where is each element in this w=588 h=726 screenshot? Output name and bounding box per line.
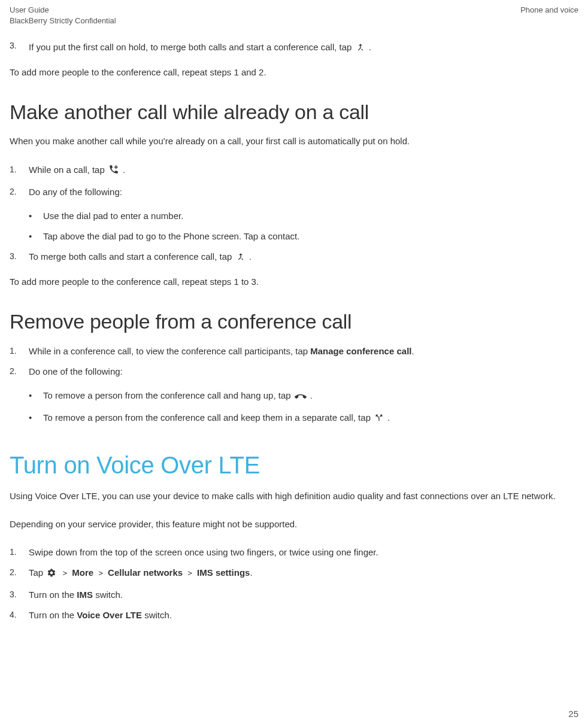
page-header: User Guide BlackBerry Strictly Confident… — [10, 5, 578, 26]
step-text-after: . — [369, 42, 371, 52]
merge-calls-icon — [236, 251, 245, 266]
text: switch. — [93, 590, 123, 600]
bold: IMS — [77, 590, 93, 600]
text: While in a conference call, to view the … — [29, 346, 310, 356]
text: Tap — [29, 567, 46, 578]
text: To remove a person from the conference c… — [43, 412, 373, 423]
bullet-content: To remove a person from the conference c… — [43, 388, 578, 405]
header-user-guide: User Guide — [10, 5, 116, 16]
step-number: 2. — [10, 364, 29, 379]
step-number: 2. — [10, 566, 29, 582]
section1-intro: When you make another call while you're … — [10, 135, 578, 148]
step-content: Do one of the following: — [29, 364, 578, 379]
bullet-text: Tap above the dial pad to go to the Phon… — [43, 229, 578, 244]
text: To remove a person from the conference c… — [43, 390, 293, 400]
text: . — [123, 165, 125, 175]
text: . — [387, 412, 390, 423]
section2-steps: 1. While in a conference call, to view t… — [10, 344, 578, 379]
page-number: 25 — [568, 709, 578, 719]
section1-bullets: • Use the dial pad to enter a number. • … — [29, 209, 578, 244]
step-content: While in a conference call, to view the … — [29, 344, 578, 359]
header-confidential: BlackBerry Strictly Confidential — [10, 16, 116, 26]
step-content: Tap > More > Cellular networks > IMS set… — [29, 566, 578, 582]
step-content: Do any of the following: — [29, 185, 578, 199]
intro-followup: To add more people to the conference cal… — [10, 66, 578, 80]
hangup-icon — [295, 390, 307, 405]
step-content: If you put the first call on hold, to me… — [29, 41, 578, 56]
heading-voice-over-lte: Turn on Voice Over LTE — [10, 452, 578, 479]
breadcrumb-separator: > — [98, 569, 103, 578]
list-item: 1. While on a call, tap . — [10, 163, 578, 179]
section3-intro2: Depending on your service provider, this… — [10, 518, 578, 531]
step-content: While on a call, tap . — [29, 163, 578, 179]
list-item: • To remove a person from the conference… — [29, 388, 578, 405]
bold-text: Manage conference call — [310, 346, 411, 356]
list-item: 2. Do one of the following: — [10, 364, 578, 379]
step-number: 2. — [10, 185, 29, 199]
step-text-before: If you put the first call on hold, to me… — [29, 42, 354, 52]
split-call-icon — [374, 412, 384, 427]
text: While on a call, tap — [29, 165, 107, 175]
bullet: • — [29, 229, 43, 244]
section1-steps-cont: 3. To merge both calls and start a confe… — [10, 250, 578, 266]
section2-bullets: • To remove a person from the conference… — [29, 388, 578, 427]
list-item: • Use the dial pad to enter a number. — [29, 209, 578, 223]
step-number: 3. — [10, 588, 29, 602]
text: switch. — [142, 610, 172, 620]
section3-steps: 1. Swipe down from the top of the screen… — [10, 545, 578, 622]
list-item: 4. Turn on the Voice Over LTE switch. — [10, 608, 578, 622]
add-call-icon — [108, 164, 119, 179]
step-content: To merge both calls and start a conferen… — [29, 250, 578, 266]
section3-intro1: Using Voice Over LTE, you can use your d… — [10, 490, 578, 503]
bullet-text: Use the dial pad to enter a number. — [43, 209, 578, 223]
bullet-content: To remove a person from the conference c… — [43, 411, 578, 427]
header-section-title: Phone and voice — [520, 5, 578, 16]
text: . — [310, 390, 313, 400]
list-item: 2. Tap > More > Cellular networks > IMS … — [10, 566, 578, 582]
nav-cellular: Cellular networks — [108, 567, 183, 578]
heading-make-another-call: Make another call while already on a cal… — [10, 101, 578, 124]
continuing-step-3: 3. If you put the first call on hold, to… — [10, 41, 578, 56]
text: Turn on the — [29, 610, 77, 620]
step-number: 3. — [10, 250, 29, 266]
step-number: 4. — [10, 608, 29, 622]
step-content: Turn on the Voice Over LTE switch. — [29, 608, 578, 622]
step-number: 1. — [10, 163, 29, 179]
settings-gear-icon — [47, 567, 56, 582]
text: . — [249, 251, 251, 262]
step-number: 1. — [10, 545, 29, 560]
nav-more: More — [72, 567, 93, 578]
list-item: 3. Turn on the IMS switch. — [10, 588, 578, 602]
list-item: 1. While in a conference call, to view t… — [10, 344, 578, 359]
header-right: Phone and voice — [520, 5, 578, 26]
header-left: User Guide BlackBerry Strictly Confident… — [10, 5, 116, 26]
merge-calls-icon — [356, 42, 365, 56]
step-content: Turn on the IMS switch. — [29, 588, 578, 602]
list-item: 3. To merge both calls and start a confe… — [10, 250, 578, 266]
step-number: 1. — [10, 344, 29, 359]
section1-steps: 1. While on a call, tap . 2. Do any of t… — [10, 163, 578, 199]
bullet: • — [29, 388, 43, 405]
step-content: Swipe down from the top of the screen on… — [29, 545, 578, 560]
nav-ims: IMS settings — [197, 567, 250, 578]
text: Turn on the — [29, 590, 77, 600]
text: . — [411, 346, 414, 356]
list-item: • To remove a person from the conference… — [29, 411, 578, 427]
bold: Voice Over LTE — [77, 610, 142, 620]
bullet: • — [29, 209, 43, 223]
heading-remove-people: Remove people from a conference call — [10, 310, 578, 333]
text: To merge both calls and start a conferen… — [29, 251, 235, 262]
bullet: • — [29, 411, 43, 427]
section1-followup: To add more people to the conference cal… — [10, 275, 578, 289]
step-number: 3. — [10, 41, 29, 56]
breadcrumb-separator: > — [63, 569, 68, 578]
list-item: 1. Swipe down from the top of the screen… — [10, 545, 578, 560]
list-item: • Tap above the dial pad to go to the Ph… — [29, 229, 578, 244]
list-item: 2. Do any of the following: — [10, 185, 578, 199]
breadcrumb-separator: > — [187, 569, 192, 578]
text: . — [250, 567, 252, 578]
